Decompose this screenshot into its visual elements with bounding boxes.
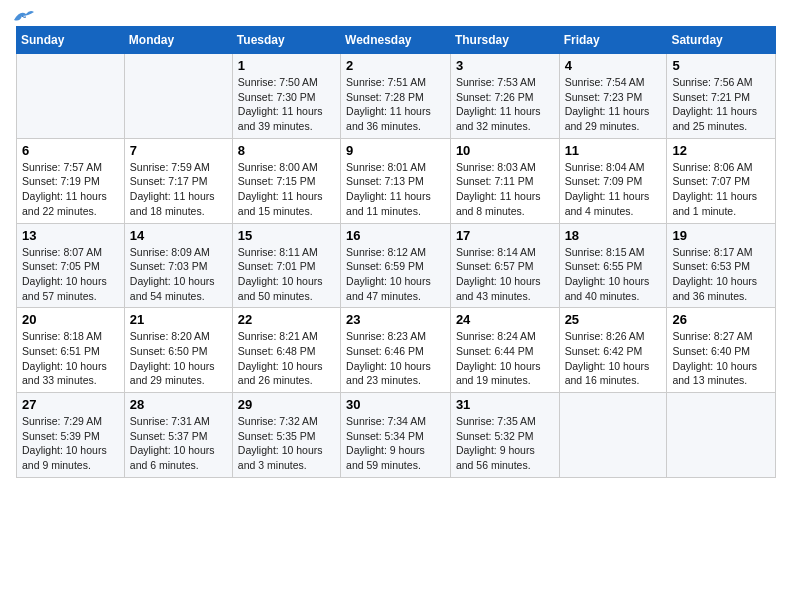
calendar-cell: 2Sunrise: 7:51 AMSunset: 7:28 PMDaylight… <box>341 54 451 139</box>
day-number: 27 <box>22 397 119 412</box>
day-info: Sunrise: 8:09 AMSunset: 7:03 PMDaylight:… <box>130 245 227 304</box>
week-row-2: 6Sunrise: 7:57 AMSunset: 7:19 PMDaylight… <box>17 138 776 223</box>
calendar-cell: 12Sunrise: 8:06 AMSunset: 7:07 PMDayligh… <box>667 138 776 223</box>
calendar-cell: 10Sunrise: 8:03 AMSunset: 7:11 PMDayligh… <box>450 138 559 223</box>
calendar-cell: 5Sunrise: 7:56 AMSunset: 7:21 PMDaylight… <box>667 54 776 139</box>
day-number: 18 <box>565 228 662 243</box>
day-info: Sunrise: 8:23 AMSunset: 6:46 PMDaylight:… <box>346 329 445 388</box>
calendar-cell: 3Sunrise: 7:53 AMSunset: 7:26 PMDaylight… <box>450 54 559 139</box>
day-number: 29 <box>238 397 335 412</box>
calendar-header: SundayMondayTuesdayWednesdayThursdayFrid… <box>17 27 776 54</box>
day-info: Sunrise: 8:03 AMSunset: 7:11 PMDaylight:… <box>456 160 554 219</box>
day-number: 15 <box>238 228 335 243</box>
calendar-cell: 7Sunrise: 7:59 AMSunset: 7:17 PMDaylight… <box>124 138 232 223</box>
day-number: 1 <box>238 58 335 73</box>
calendar-cell: 8Sunrise: 8:00 AMSunset: 7:15 PMDaylight… <box>232 138 340 223</box>
calendar-cell: 13Sunrise: 8:07 AMSunset: 7:05 PMDayligh… <box>17 223 125 308</box>
day-number: 13 <box>22 228 119 243</box>
day-info: Sunrise: 8:00 AMSunset: 7:15 PMDaylight:… <box>238 160 335 219</box>
day-info: Sunrise: 7:53 AMSunset: 7:26 PMDaylight:… <box>456 75 554 134</box>
day-info: Sunrise: 7:51 AMSunset: 7:28 PMDaylight:… <box>346 75 445 134</box>
day-info: Sunrise: 8:14 AMSunset: 6:57 PMDaylight:… <box>456 245 554 304</box>
calendar-body: 1Sunrise: 7:50 AMSunset: 7:30 PMDaylight… <box>17 54 776 478</box>
day-number: 25 <box>565 312 662 327</box>
calendar-cell: 19Sunrise: 8:17 AMSunset: 6:53 PMDayligh… <box>667 223 776 308</box>
week-row-3: 13Sunrise: 8:07 AMSunset: 7:05 PMDayligh… <box>17 223 776 308</box>
day-number: 28 <box>130 397 227 412</box>
day-info: Sunrise: 8:04 AMSunset: 7:09 PMDaylight:… <box>565 160 662 219</box>
day-info: Sunrise: 8:20 AMSunset: 6:50 PMDaylight:… <box>130 329 227 388</box>
day-info: Sunrise: 7:50 AMSunset: 7:30 PMDaylight:… <box>238 75 335 134</box>
calendar-cell: 9Sunrise: 8:01 AMSunset: 7:13 PMDaylight… <box>341 138 451 223</box>
day-number: 21 <box>130 312 227 327</box>
day-number: 20 <box>22 312 119 327</box>
calendar-cell: 26Sunrise: 8:27 AMSunset: 6:40 PMDayligh… <box>667 308 776 393</box>
day-info: Sunrise: 8:11 AMSunset: 7:01 PMDaylight:… <box>238 245 335 304</box>
column-header-monday: Monday <box>124 27 232 54</box>
day-number: 8 <box>238 143 335 158</box>
day-number: 16 <box>346 228 445 243</box>
calendar-cell: 16Sunrise: 8:12 AMSunset: 6:59 PMDayligh… <box>341 223 451 308</box>
calendar-cell: 30Sunrise: 7:34 AMSunset: 5:34 PMDayligh… <box>341 393 451 478</box>
day-number: 5 <box>672 58 770 73</box>
calendar-cell <box>559 393 667 478</box>
day-info: Sunrise: 8:21 AMSunset: 6:48 PMDaylight:… <box>238 329 335 388</box>
day-number: 9 <box>346 143 445 158</box>
week-row-1: 1Sunrise: 7:50 AMSunset: 7:30 PMDaylight… <box>17 54 776 139</box>
day-number: 22 <box>238 312 335 327</box>
day-info: Sunrise: 7:57 AMSunset: 7:19 PMDaylight:… <box>22 160 119 219</box>
day-number: 19 <box>672 228 770 243</box>
calendar-cell: 28Sunrise: 7:31 AMSunset: 5:37 PMDayligh… <box>124 393 232 478</box>
calendar-cell: 31Sunrise: 7:35 AMSunset: 5:32 PMDayligh… <box>450 393 559 478</box>
header-row: SundayMondayTuesdayWednesdayThursdayFrid… <box>17 27 776 54</box>
day-number: 30 <box>346 397 445 412</box>
day-number: 10 <box>456 143 554 158</box>
calendar-cell: 17Sunrise: 8:14 AMSunset: 6:57 PMDayligh… <box>450 223 559 308</box>
day-info: Sunrise: 8:24 AMSunset: 6:44 PMDaylight:… <box>456 329 554 388</box>
day-number: 23 <box>346 312 445 327</box>
day-info: Sunrise: 8:17 AMSunset: 6:53 PMDaylight:… <box>672 245 770 304</box>
day-info: Sunrise: 8:07 AMSunset: 7:05 PMDaylight:… <box>22 245 119 304</box>
day-info: Sunrise: 8:06 AMSunset: 7:07 PMDaylight:… <box>672 160 770 219</box>
calendar-cell <box>124 54 232 139</box>
day-info: Sunrise: 8:26 AMSunset: 6:42 PMDaylight:… <box>565 329 662 388</box>
column-header-thursday: Thursday <box>450 27 559 54</box>
day-number: 12 <box>672 143 770 158</box>
week-row-4: 20Sunrise: 8:18 AMSunset: 6:51 PMDayligh… <box>17 308 776 393</box>
day-number: 3 <box>456 58 554 73</box>
calendar-cell: 15Sunrise: 8:11 AMSunset: 7:01 PMDayligh… <box>232 223 340 308</box>
calendar-cell: 6Sunrise: 7:57 AMSunset: 7:19 PMDaylight… <box>17 138 125 223</box>
column-header-wednesday: Wednesday <box>341 27 451 54</box>
day-info: Sunrise: 8:27 AMSunset: 6:40 PMDaylight:… <box>672 329 770 388</box>
day-info: Sunrise: 8:18 AMSunset: 6:51 PMDaylight:… <box>22 329 119 388</box>
day-info: Sunrise: 7:32 AMSunset: 5:35 PMDaylight:… <box>238 414 335 473</box>
day-number: 26 <box>672 312 770 327</box>
calendar-cell: 25Sunrise: 8:26 AMSunset: 6:42 PMDayligh… <box>559 308 667 393</box>
column-header-saturday: Saturday <box>667 27 776 54</box>
day-number: 4 <box>565 58 662 73</box>
calendar-cell: 27Sunrise: 7:29 AMSunset: 5:39 PMDayligh… <box>17 393 125 478</box>
day-info: Sunrise: 7:56 AMSunset: 7:21 PMDaylight:… <box>672 75 770 134</box>
day-info: Sunrise: 7:54 AMSunset: 7:23 PMDaylight:… <box>565 75 662 134</box>
calendar-cell: 11Sunrise: 8:04 AMSunset: 7:09 PMDayligh… <box>559 138 667 223</box>
day-number: 24 <box>456 312 554 327</box>
calendar-cell: 14Sunrise: 8:09 AMSunset: 7:03 PMDayligh… <box>124 223 232 308</box>
day-number: 14 <box>130 228 227 243</box>
calendar-cell: 21Sunrise: 8:20 AMSunset: 6:50 PMDayligh… <box>124 308 232 393</box>
calendar-cell: 29Sunrise: 7:32 AMSunset: 5:35 PMDayligh… <box>232 393 340 478</box>
calendar-cell: 23Sunrise: 8:23 AMSunset: 6:46 PMDayligh… <box>341 308 451 393</box>
calendar-table: SundayMondayTuesdayWednesdayThursdayFrid… <box>16 26 776 478</box>
calendar-cell: 24Sunrise: 8:24 AMSunset: 6:44 PMDayligh… <box>450 308 559 393</box>
column-header-friday: Friday <box>559 27 667 54</box>
calendar-cell: 22Sunrise: 8:21 AMSunset: 6:48 PMDayligh… <box>232 308 340 393</box>
day-number: 11 <box>565 143 662 158</box>
logo-bird-icon <box>12 8 34 26</box>
day-info: Sunrise: 7:34 AMSunset: 5:34 PMDaylight:… <box>346 414 445 473</box>
day-info: Sunrise: 7:29 AMSunset: 5:39 PMDaylight:… <box>22 414 119 473</box>
day-info: Sunrise: 7:59 AMSunset: 7:17 PMDaylight:… <box>130 160 227 219</box>
day-info: Sunrise: 8:12 AMSunset: 6:59 PMDaylight:… <box>346 245 445 304</box>
calendar-cell <box>17 54 125 139</box>
day-number: 31 <box>456 397 554 412</box>
day-number: 7 <box>130 143 227 158</box>
calendar-cell: 4Sunrise: 7:54 AMSunset: 7:23 PMDaylight… <box>559 54 667 139</box>
